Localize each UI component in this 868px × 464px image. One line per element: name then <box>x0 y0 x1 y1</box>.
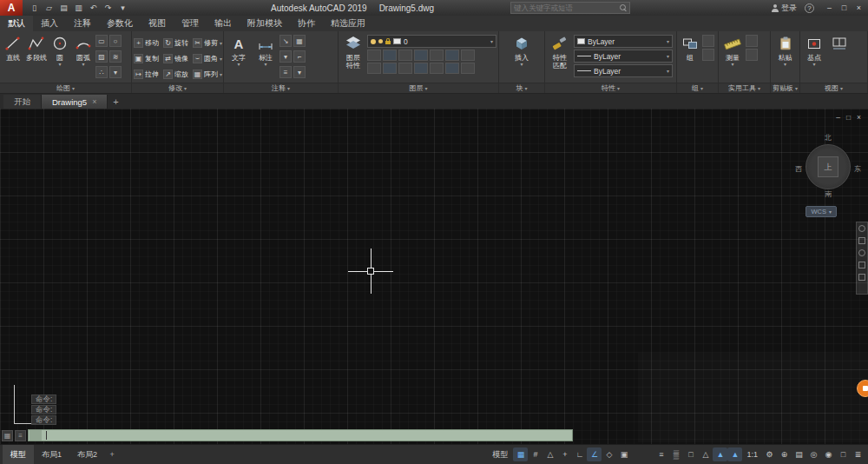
arc-button[interactable]: 圆弧 <box>72 33 95 83</box>
rectangle-icon[interactable]: ▭ <box>95 35 108 47</box>
text-style-icon[interactable]: ▾ <box>279 50 292 63</box>
plot-icon[interactable]: ▥ <box>72 2 85 14</box>
drawing-area[interactable]: – □ × 北 上 南 西 东 WCS <box>0 109 868 444</box>
ribbon-tab-insert[interactable]: 插入 <box>33 16 66 31</box>
layer-tool-icon[interactable] <box>430 50 444 61</box>
stretch-button[interactable]: ↦拉伸 <box>134 66 163 82</box>
utilities-panel-footer[interactable]: 实用工具 <box>719 83 770 93</box>
array-button[interactable]: ▦阵列 <box>193 66 221 82</box>
ribbon-tab-view[interactable]: 视图 <box>141 16 174 31</box>
group-edit-icon[interactable] <box>702 49 714 61</box>
doc-restore-icon[interactable]: □ <box>846 113 851 122</box>
viewcube-north[interactable]: 北 <box>825 133 832 143</box>
infer-constraints-icon[interactable]: △ <box>542 447 557 461</box>
open-file-icon[interactable]: ▱ <box>43 2 56 14</box>
annotate-more-icon[interactable]: ▾ <box>293 66 306 78</box>
properties-panel-footer[interactable]: 特性 <box>545 83 676 93</box>
hatch-icon[interactable]: ▨ <box>95 50 108 63</box>
lineweight-icon[interactable]: ≡ <box>654 447 668 461</box>
search-icon[interactable] <box>620 4 627 11</box>
layer-properties-button[interactable]: 图层 特性 <box>340 33 366 83</box>
isodraft-icon[interactable]: ◇ <box>602 447 616 461</box>
snap-icon[interactable]: # <box>528 447 542 461</box>
polar-tracking-icon[interactable]: ∠ <box>587 447 602 461</box>
viewcube-south[interactable]: 南 <box>825 189 832 199</box>
viewcube-west[interactable]: 西 <box>795 164 802 174</box>
lock-ui-icon[interactable]: ◎ <box>806 447 821 461</box>
group-panel-footer[interactable]: 组 <box>677 83 718 93</box>
polyline-button[interactable]: 多段线 <box>25 33 48 83</box>
insert-block-button[interactable]: 插入 <box>509 33 535 83</box>
ribbon-tab-parametric[interactable]: 参数化 <box>99 16 141 31</box>
doc-close-icon[interactable]: × <box>857 113 861 122</box>
help-icon[interactable]: ? <box>805 3 814 13</box>
linetype-dropdown[interactable]: ByLayer <box>574 50 673 63</box>
showmotion-icon[interactable] <box>858 274 865 281</box>
mirror-button[interactable]: ⇄镜像 <box>163 50 193 66</box>
measure-button[interactable]: 测量 <box>720 33 745 83</box>
osnap-icon[interactable]: ▣ <box>616 447 631 461</box>
paste-button[interactable]: 粘贴 <box>773 33 798 83</box>
text-button[interactable]: A 文字 <box>226 33 252 83</box>
quick-select-icon[interactable] <box>746 35 758 47</box>
leader-icon[interactable]: ↘ <box>279 35 292 47</box>
qat-customize-icon[interactable]: ▾ <box>116 2 129 14</box>
layer-tool-icon[interactable] <box>383 63 397 74</box>
layer-tool-icon[interactable] <box>367 50 381 61</box>
grid-icon[interactable]: ▦ <box>513 447 528 461</box>
layer-tool-icon[interactable] <box>430 63 444 74</box>
ungroup-icon[interactable] <box>702 35 714 47</box>
navigation-bar[interactable] <box>856 222 868 295</box>
rotate-button[interactable]: ↻旋转 <box>163 35 193 50</box>
draw-panel-footer[interactable]: 绘图 <box>0 83 131 93</box>
redo-icon[interactable]: ↷ <box>102 2 115 14</box>
layer-dropdown[interactable]: 0 <box>367 35 496 48</box>
customize-icon[interactable]: ≣ <box>851 447 865 461</box>
layer-tool-icon[interactable] <box>461 63 475 74</box>
model-tab[interactable]: 模型 <box>3 445 34 464</box>
copy-button[interactable]: ▣复制 <box>134 50 163 66</box>
ribbon-tab-featured-apps[interactable]: 精选应用 <box>323 16 373 31</box>
close-button[interactable]: × <box>852 0 866 16</box>
ribbon-tab-manage[interactable]: 管理 <box>174 16 207 31</box>
annotation-visibility-icon[interactable]: ▲ <box>713 447 727 461</box>
group-button[interactable]: 组 <box>679 33 701 83</box>
viewport-config-button[interactable] <box>827 33 852 83</box>
ortho-icon[interactable]: ∟ <box>572 447 587 461</box>
file-tab-drawing5[interactable]: Drawing5 × <box>42 95 108 109</box>
base-point-button[interactable]: 基点 <box>802 33 826 83</box>
viewcube-top-face[interactable]: 上 <box>818 156 838 177</box>
view-panel-footer[interactable]: 视图 <box>800 83 867 93</box>
command-grip-icon[interactable]: ▦ <box>2 430 13 441</box>
dynamic-ucs-icon[interactable]: △ <box>698 447 713 461</box>
match-properties-button[interactable]: 特性 匹配 <box>547 33 573 83</box>
centerline-icon[interactable]: ≡ <box>279 66 292 78</box>
clean-screen-icon[interactable]: □ <box>836 447 851 461</box>
layer-tool-icon[interactable] <box>367 63 381 74</box>
layer-tool-icon[interactable] <box>461 50 475 61</box>
ribbon-tab-output[interactable]: 输出 <box>207 16 240 31</box>
block-panel-footer[interactable]: 块 <box>499 83 544 93</box>
object-color-dropdown[interactable]: ByLayer <box>574 35 673 48</box>
doc-minimize-icon[interactable]: – <box>836 113 840 122</box>
layer-tool-icon[interactable] <box>398 63 412 74</box>
circle-button[interactable]: 圆 <box>49 33 71 83</box>
command-input[interactable] <box>28 429 573 441</box>
layer-lock-icon[interactable] <box>385 41 391 44</box>
file-tab-start[interactable]: 开始 <box>3 95 42 109</box>
model-space-toggle[interactable]: 模型 <box>487 449 513 461</box>
clipboard-panel-footer[interactable]: 剪贴板 <box>771 83 799 93</box>
layer-tool-icon[interactable] <box>445 63 459 74</box>
undo-icon[interactable]: ↶ <box>87 2 100 14</box>
notification-badge-icon[interactable] <box>857 380 868 397</box>
sign-in-button[interactable]: 登录 <box>772 3 797 14</box>
quick-calc-icon[interactable] <box>746 49 758 61</box>
save-icon[interactable]: ▤ <box>57 2 70 14</box>
layout1-tab[interactable]: 布局1 <box>34 445 69 464</box>
draw-more-icon[interactable]: ▾ <box>109 66 122 78</box>
table-icon[interactable]: ▦ <box>293 35 306 47</box>
trim-button[interactable]: ✂修剪 <box>193 35 221 50</box>
layers-panel-footer[interactable]: 图层 <box>339 83 498 93</box>
new-file-icon[interactable]: ▯ <box>28 2 41 14</box>
viewcube-east[interactable]: 东 <box>854 164 861 174</box>
